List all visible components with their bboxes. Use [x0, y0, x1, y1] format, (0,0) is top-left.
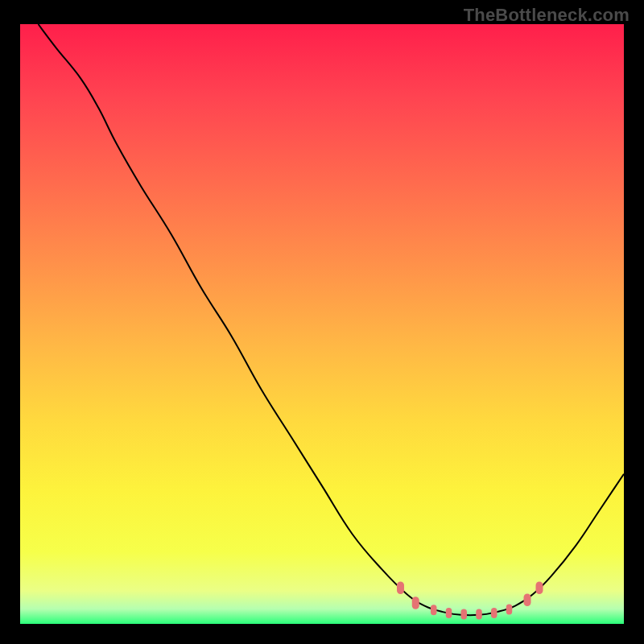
marker-dot: [476, 609, 482, 620]
watermark-text: TheBottleneck.com: [464, 5, 630, 26]
plot-area: [20, 24, 624, 624]
chart-frame: TheBottleneck.com: [0, 0, 644, 644]
marker-dot: [506, 605, 513, 615]
marker-dot: [491, 608, 497, 618]
marker-dot: [524, 593, 531, 606]
marker-dot: [461, 609, 468, 620]
marker-dot: [446, 608, 452, 618]
gradient-background: [20, 24, 624, 624]
marker-dot: [431, 605, 437, 615]
marker-dot: [412, 597, 419, 609]
marker-dot: [536, 582, 543, 595]
marker-dot: [397, 582, 404, 595]
plot-svg: [20, 24, 624, 624]
